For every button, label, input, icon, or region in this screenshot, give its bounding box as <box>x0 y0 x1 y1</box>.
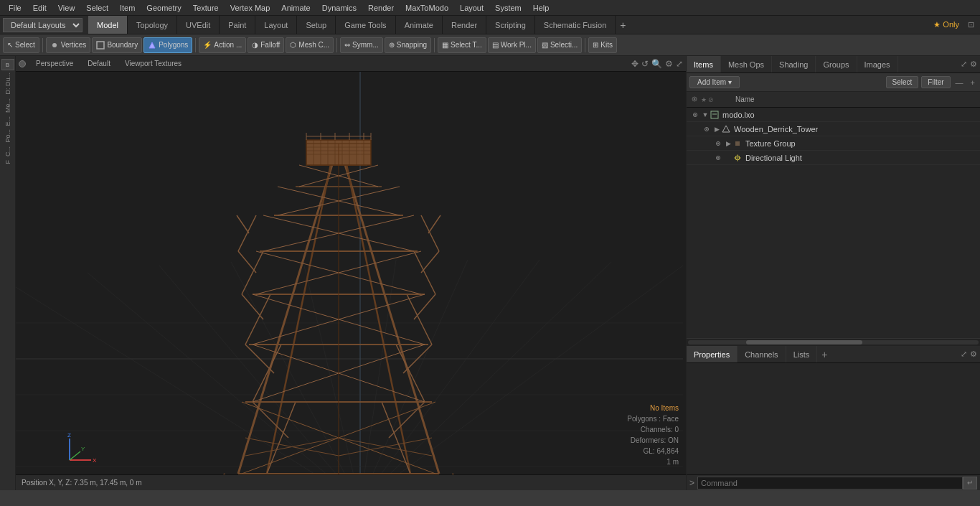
tab-topology[interactable]: Topology <box>128 16 177 34</box>
tool-symmetry[interactable]: ⇔ Symm... <box>340 37 383 53</box>
tab-paint[interactable]: Paint <box>220 16 255 34</box>
tool-action[interactable]: ⚡ Action ... <box>199 37 246 53</box>
panel-tab-shading[interactable]: Shading <box>772 56 816 72</box>
tool-mesh-c[interactable]: ⬡ Mesh C... <box>286 37 334 53</box>
menu-edit[interactable]: Edit <box>27 2 52 14</box>
menu-maxtomodo[interactable]: MaxToModo <box>400 2 454 14</box>
item-vis-light[interactable] <box>712 152 724 164</box>
tab-animate[interactable]: Animate <box>396 16 443 34</box>
viewport-icon-zoom[interactable]: 🔍 <box>651 59 662 69</box>
prop-settings-icon[interactable]: ⚙ <box>970 350 977 359</box>
viewport-icon-rotate[interactable]: ↺ <box>641 59 649 69</box>
tab-layout[interactable]: Layout <box>255 16 297 34</box>
tab-render[interactable]: Render <box>443 16 486 34</box>
tool-polygons[interactable]: Polygons <box>143 37 192 53</box>
viewport-icon-expand[interactable]: ⤢ <box>676 59 683 69</box>
item-row-tower[interactable]: ▶ Wooden_Derrick_Tower <box>687 122 980 136</box>
svg-point-117 <box>717 157 719 159</box>
item-row-texture[interactable]: ▶ Texture Group <box>687 136 980 151</box>
tab-uvedit[interactable]: UVEdit <box>177 16 220 34</box>
main-area: B D: Du... Me... E... Po... C... F Persp… <box>0 56 980 490</box>
viewport-default[interactable]: Default <box>83 60 115 67</box>
tool-selecti[interactable]: ▧ Selecti... <box>537 37 582 53</box>
menu-dynamics[interactable]: Dynamics <box>316 2 362 14</box>
panel-tab-mesh-ops[interactable]: Mesh Ops <box>721 56 772 72</box>
tool-boundary[interactable]: Boundary <box>92 37 142 53</box>
panel-settings-icon[interactable]: ⚙ <box>970 60 977 69</box>
item-row-light[interactable]: Directional Light <box>687 151 980 165</box>
tool-kits[interactable]: ⊞ Kits <box>588 37 617 53</box>
menu-animate[interactable]: Animate <box>275 2 316 14</box>
layout-dropdown[interactable]: Default Layouts <box>3 18 83 32</box>
tool-select-t[interactable]: ▦ Select T... <box>438 37 486 53</box>
svg-point-104 <box>694 98 696 100</box>
tab-model[interactable]: Model <box>88 16 128 34</box>
viewport-icon-move[interactable]: ✥ <box>631 59 639 69</box>
item-row-modolxo[interactable]: ▼ modo.lxo <box>687 108 980 122</box>
items-expand-icon[interactable]: + <box>969 78 977 87</box>
menu-texture[interactable]: Texture <box>187 2 225 14</box>
scene-type-icon <box>710 110 720 120</box>
menu-render[interactable]: Render <box>362 2 400 14</box>
add-tab-button[interactable]: + <box>616 16 630 34</box>
tool-work-pl[interactable]: ▤ Work Pl... <box>488 37 536 53</box>
menu-view[interactable]: View <box>52 2 81 14</box>
panel-tab-items[interactable]: Items <box>687 56 721 72</box>
menu-select[interactable]: Select <box>80 2 114 14</box>
menu-item[interactable]: Item <box>114 2 141 14</box>
menu-layout[interactable]: Layout <box>454 2 489 14</box>
command-submit-button[interactable]: ↵ <box>963 477 977 489</box>
status-bar: Position X, Y, Z: 7.35 m, 17.45 m, 0 m <box>16 474 686 490</box>
item-vis-texture[interactable] <box>712 138 724 149</box>
prop-tab-properties[interactable]: Properties <box>687 346 738 362</box>
panel-tab-groups[interactable]: Groups <box>816 56 857 72</box>
star-only-button[interactable]: ★ Only <box>928 20 965 29</box>
tab-scripting[interactable]: Scripting <box>486 16 535 34</box>
item-vis-tower[interactable] <box>701 123 712 135</box>
svg-text:Y: Y <box>81 446 85 452</box>
viewport-icons: ✥ ↺ 🔍 ⚙ ⤢ <box>631 59 683 69</box>
tool-snapping[interactable]: ⊕ Snapping <box>385 37 431 53</box>
sidebar-btn-1[interactable]: B <box>1 59 14 70</box>
svg-line-20 <box>238 144 339 474</box>
items-filter-button[interactable]: Filter <box>921 76 950 88</box>
panel-tab-images[interactable]: Images <box>857 56 898 72</box>
select-icon: ↖ <box>7 41 13 49</box>
menu-vertex-map[interactable]: Vertex Map <box>225 2 276 14</box>
tab-schematic-fusion[interactable]: Schematic Fusion <box>535 16 616 34</box>
item-expand-texture[interactable]: ▶ <box>724 140 732 147</box>
scroll-track[interactable] <box>688 340 979 345</box>
items-collapse-icon[interactable]: — <box>953 78 966 87</box>
menu-geometry[interactable]: Geometry <box>141 2 187 14</box>
command-input[interactable] <box>697 477 963 489</box>
viewport-textures[interactable]: Viewport Textures <box>121 60 186 67</box>
svg-line-33 <box>237 215 249 233</box>
item-vis-modolxo[interactable] <box>689 109 701 121</box>
menu-help[interactable]: Help <box>527 2 555 14</box>
item-expand-modolxo[interactable]: ▼ <box>701 111 710 118</box>
menu-system[interactable]: System <box>489 2 527 14</box>
panel-expand-icon[interactable]: ⤢ <box>961 60 967 69</box>
svg-line-30 <box>242 251 263 294</box>
prop-expand-icon[interactable]: ⤢ <box>961 350 967 359</box>
tool-select[interactable]: ↖ Select <box>3 37 39 53</box>
prop-tab-channels[interactable]: Channels <box>738 346 786 362</box>
items-scrollbar[interactable] <box>687 338 980 345</box>
tab-setup[interactable]: Setup <box>297 16 336 34</box>
prop-tab-lists[interactable]: Lists <box>786 346 818 362</box>
sidebar-label-e: E... <box>4 115 11 128</box>
add-item-button[interactable]: Add Item ▾ <box>689 76 740 88</box>
viewport-icon-settings[interactable]: ⚙ <box>665 59 673 69</box>
menu-file[interactable]: File <box>3 2 27 14</box>
items-select-button[interactable]: Select <box>886 76 919 88</box>
tool-vertices[interactable]: Vertices <box>46 37 91 53</box>
viewport-perspective[interactable]: Perspective <box>32 60 77 67</box>
maximize-button[interactable]: ⊡ <box>965 20 977 29</box>
viewport[interactable]: No Items Polygons : Face Channels: 0 Def… <box>16 72 686 474</box>
scroll-thumb[interactable] <box>746 340 862 345</box>
tab-game-tools[interactable]: Game Tools <box>336 16 396 34</box>
item-expand-tower[interactable]: ▶ <box>712 126 721 133</box>
viewport-dot[interactable] <box>19 60 26 67</box>
tool-falloff[interactable]: ◑ Falloff <box>248 37 284 53</box>
add-prop-tab[interactable]: + <box>817 346 831 362</box>
